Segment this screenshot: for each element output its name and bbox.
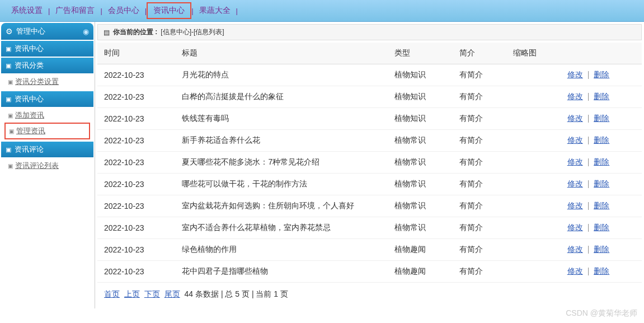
item-icon: ▣ xyxy=(8,79,13,85)
table-row: 2022-10-23铁线莲有毒吗植物知识有简介修改|删除 xyxy=(97,108,642,130)
edit-link[interactable]: 修改 xyxy=(567,135,583,144)
top-nav-item[interactable]: 广告和留言 xyxy=(50,3,100,18)
sidebar-item[interactable]: ▣资讯分类设置 xyxy=(4,74,90,89)
breadcrumb-path: [信息中心]-[信息列表] xyxy=(161,27,224,37)
cell-time: 2022-10-23 xyxy=(97,108,175,130)
action-sep: | xyxy=(587,157,590,166)
table-row: 2022-10-23新手养花适合养什么花植物常识有简介修改|删除 xyxy=(97,130,642,152)
cell-type: 植物趣闻 xyxy=(388,239,453,261)
cell-actions: 修改|删除 xyxy=(561,261,642,283)
cell-type: 植物知识 xyxy=(388,86,453,108)
sidebar-section-title[interactable]: ▣资讯中心 xyxy=(1,41,93,57)
data-table: 时间标题类型简介缩略图 2022-10-23月光花的特点植物知识有简介修改|删除… xyxy=(97,43,642,283)
edit-link[interactable]: 修改 xyxy=(567,157,583,166)
cell-title: 花中四君子是指哪些植物 xyxy=(175,261,387,283)
page-last[interactable]: 尾页 xyxy=(164,289,180,298)
delete-link[interactable]: 删除 xyxy=(594,92,609,101)
sidebar-main-header[interactable]: ⚙ 管理中心 ◉ xyxy=(1,23,93,40)
edit-link[interactable]: 修改 xyxy=(567,266,583,275)
sidebar-item[interactable]: ▣管理资讯 xyxy=(4,123,90,139)
delete-link[interactable]: 删除 xyxy=(594,245,609,254)
edit-link[interactable]: 修改 xyxy=(567,114,583,123)
table-header xyxy=(561,43,642,64)
cell-title: 室内不适合养什么花草植物，室内养花禁忌 xyxy=(175,217,387,239)
cell-thumb xyxy=(506,217,560,239)
cell-intro: 有简介 xyxy=(453,195,506,217)
sidebar-link[interactable]: 添加资讯 xyxy=(15,110,44,120)
cell-type: 植物常识 xyxy=(388,130,453,152)
cell-title: 绿色植物的作用 xyxy=(175,239,387,261)
cell-time: 2022-10-23 xyxy=(97,152,175,174)
item-icon: ▣ xyxy=(9,128,14,134)
sidebar-section-title[interactable]: ▣资讯中心 xyxy=(1,91,93,107)
top-nav-item[interactable]: 会员中心 xyxy=(102,3,145,18)
cell-thumb xyxy=(506,261,560,283)
action-sep: | xyxy=(587,201,590,210)
cell-intro: 有简介 xyxy=(453,174,506,195)
item-icon: ▣ xyxy=(8,163,13,169)
sidebar-item[interactable]: ▣添加资讯 xyxy=(4,108,90,123)
page-first[interactable]: 首页 xyxy=(104,289,120,298)
delete-link[interactable]: 删除 xyxy=(594,201,609,210)
breadcrumb: ▤ 你当前的位置 : [信息中心]-[信息列表] xyxy=(97,24,642,40)
delete-link[interactable]: 删除 xyxy=(594,70,609,79)
table-row: 2022-10-23白桦的高洁挺拔是什么的象征植物知识有简介修改|删除 xyxy=(97,86,642,108)
top-nav-item[interactable]: 系统设置 xyxy=(6,3,48,18)
cell-title: 室内盆栽花卉如何选购：住所朝向环境，个人喜好 xyxy=(175,195,387,217)
top-nav: 系统设置 | 广告和留言 | 会员中心 | 资讯中心 | 果蔬大全 | xyxy=(0,0,644,22)
nav-separator: | xyxy=(236,7,238,15)
delete-link[interactable]: 删除 xyxy=(594,266,609,275)
sidebar-item[interactable]: ▣资讯评论列表 xyxy=(4,158,90,173)
cell-thumb xyxy=(506,86,560,108)
collapse-icon: ◉ xyxy=(83,27,89,36)
table-row: 2022-10-23室内盆栽花卉如何选购：住所朝向环境，个人喜好植物常识有简介修… xyxy=(97,195,642,217)
item-icon: ▣ xyxy=(8,113,13,119)
cell-title: 白桦的高洁挺拔是什么的象征 xyxy=(175,86,387,108)
cell-actions: 修改|删除 xyxy=(561,217,642,239)
delete-link[interactable]: 删除 xyxy=(594,223,609,232)
edit-link[interactable]: 修改 xyxy=(567,201,583,210)
cell-actions: 修改|删除 xyxy=(561,64,642,86)
sidebar-link[interactable]: 资讯分类设置 xyxy=(15,77,59,87)
sidebar-link[interactable]: 管理资讯 xyxy=(16,126,45,136)
cell-time: 2022-10-23 xyxy=(97,261,175,283)
edit-link[interactable]: 修改 xyxy=(567,70,583,79)
cell-thumb xyxy=(506,64,560,86)
table-row: 2022-10-23花中四君子是指哪些植物植物趣闻有简介修改|删除 xyxy=(97,261,642,283)
cell-type: 植物常识 xyxy=(388,217,453,239)
top-nav-item[interactable]: 果蔬大全 xyxy=(194,3,236,18)
edit-link[interactable]: 修改 xyxy=(567,223,583,232)
sidebar-link[interactable]: 资讯评论列表 xyxy=(15,161,59,171)
edit-link[interactable]: 修改 xyxy=(567,245,583,254)
page-next[interactable]: 下页 xyxy=(144,289,160,298)
cell-type: 植物常识 xyxy=(388,195,453,217)
cell-title: 夏天哪些花不能多浇水：7种常见花介绍 xyxy=(175,152,387,174)
top-nav-item[interactable]: 资讯中心 xyxy=(147,2,191,19)
cell-title: 铁线莲有毒吗 xyxy=(175,108,387,130)
sidebar-main-title: 管理中心 xyxy=(16,26,45,36)
delete-link[interactable]: 删除 xyxy=(594,135,609,144)
action-sep: | xyxy=(587,135,590,144)
cell-time: 2022-10-23 xyxy=(97,239,175,261)
cell-time: 2022-10-23 xyxy=(97,130,175,152)
cell-thumb xyxy=(506,108,560,130)
page-prev[interactable]: 上页 xyxy=(124,289,140,298)
doc-icon: ▤ xyxy=(104,29,110,36)
delete-link[interactable]: 删除 xyxy=(594,179,609,188)
cell-actions: 修改|删除 xyxy=(561,130,642,152)
table-header: 类型 xyxy=(388,43,453,64)
sidebar-section-title[interactable]: ▣资讯评论 xyxy=(1,142,93,157)
cell-intro: 有简介 xyxy=(453,239,506,261)
action-sep: | xyxy=(587,266,590,275)
delete-link[interactable]: 删除 xyxy=(594,157,609,166)
cell-actions: 修改|删除 xyxy=(561,239,642,261)
edit-link[interactable]: 修改 xyxy=(567,92,583,101)
cell-type: 植物常识 xyxy=(388,152,453,174)
edit-link[interactable]: 修改 xyxy=(567,179,583,188)
cell-title: 新手养花适合养什么花 xyxy=(175,130,387,152)
delete-link[interactable]: 删除 xyxy=(594,114,609,123)
table-row: 2022-10-23绿色植物的作用植物趣闻有简介修改|删除 xyxy=(97,239,642,261)
cell-intro: 有简介 xyxy=(453,108,506,130)
sidebar-section-title[interactable]: ▣资讯分类 xyxy=(1,58,93,73)
table-row: 2022-10-23哪些花可以做干花，干花的制作方法植物常识有简介修改|删除 xyxy=(97,174,642,195)
